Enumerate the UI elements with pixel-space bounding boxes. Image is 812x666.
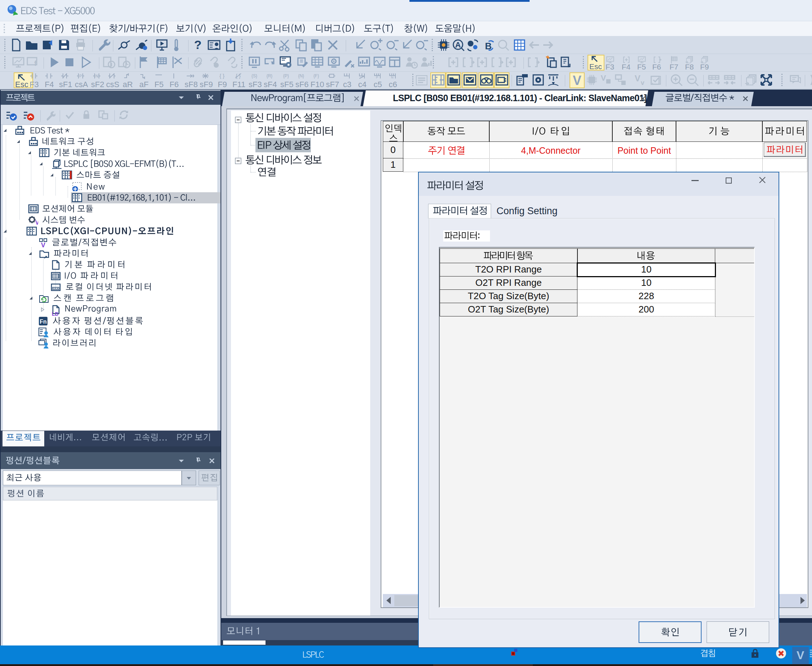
svg-text:f: f: [34, 59, 37, 67]
svg-text:V: V: [573, 73, 581, 87]
svg-text:N: N: [95, 74, 98, 78]
svg-text:{ }: { }: [236, 73, 241, 79]
svg-text:V: V: [634, 73, 640, 83]
svg-text:Fn: Fn: [39, 318, 47, 325]
svg-text:{P}: {P}: [283, 73, 289, 79]
svg-text:P: P: [79, 74, 82, 78]
svg-text:V: V: [41, 242, 45, 248]
svg-text:{N}: {N}: [298, 73, 304, 79]
svg-text:LD: LD: [52, 311, 59, 316]
svg-text:{R}: {R}: [266, 73, 273, 79]
svg-text:V: V: [601, 73, 606, 82]
svg-text:{F}: {F}: [313, 73, 319, 79]
svg-text:?: ?: [194, 38, 202, 51]
svg-text:{S}: {S}: [251, 73, 257, 79]
svg-text:A: A: [455, 40, 461, 49]
svg-text:v: v: [641, 79, 644, 86]
svg-text:{ }: { }: [219, 73, 225, 79]
svg-text:V: V: [35, 219, 38, 225]
